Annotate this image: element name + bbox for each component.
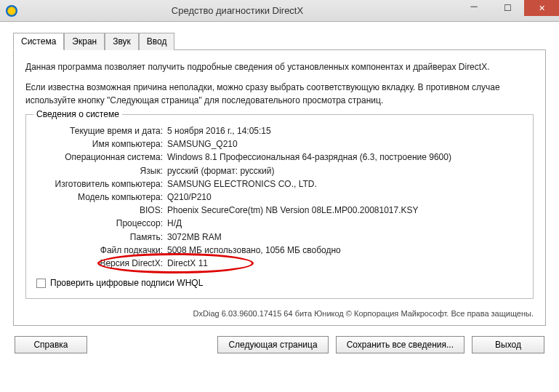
- tab-sound[interactable]: Звук: [105, 33, 139, 50]
- whql-checkbox[interactable]: [36, 279, 46, 288]
- button-row: Справка Следующая страница Сохранить все…: [13, 336, 546, 353]
- whql-row: Проверить цифровые подписи WHQL: [36, 278, 523, 288]
- window-controls: [457, 0, 559, 21]
- label-cpu: Процессор:: [36, 217, 167, 229]
- value-model: Q210/P210: [167, 191, 212, 203]
- close-button[interactable]: [524, 0, 559, 16]
- label-mem: Память:: [36, 231, 167, 243]
- value-pagefile: 5008 МБ использовано, 1056 МБ свободно: [167, 244, 341, 256]
- value-os: Windows 8.1 Профессиональная 64-разрядна…: [167, 151, 451, 163]
- row-mfr: Изготовитель компьютера:SAMSUNG ELECTRON…: [36, 178, 523, 190]
- value-cpu: Н/Д: [167, 217, 182, 229]
- label-os: Операционная система:: [36, 151, 167, 163]
- value-bios: Phoenix SecureCore(tm) NB Version 08LE.M…: [167, 204, 419, 216]
- footer-text: DxDiag 6.03.9600.17415 64 бита Юникод © …: [25, 309, 534, 318]
- save-all-button[interactable]: Сохранить все сведения...: [336, 336, 465, 353]
- label-directx: Версия DirectX:: [36, 257, 167, 269]
- maximize-button[interactable]: [491, 0, 524, 16]
- value-pcname: SAMSUNG_Q210: [167, 138, 238, 150]
- value-mem: 3072MB RAM: [167, 231, 222, 243]
- label-pcname: Имя компьютера:: [36, 138, 167, 150]
- tab-panel-system: Данная программа позволяет получить подр…: [13, 50, 546, 326]
- next-page-button[interactable]: Следующая страница: [217, 336, 328, 353]
- row-os: Операционная система:Windows 8.1 Професс…: [36, 151, 523, 163]
- value-datetime: 5 ноября 2016 г., 14:05:15: [167, 125, 271, 137]
- row-directx: Версия DirectX:DirectX 11: [36, 257, 523, 269]
- label-pagefile: Файл подкачки:: [36, 244, 167, 256]
- description-2: Если известна возможная причина неполадк…: [25, 81, 534, 107]
- row-datetime: Текущие время и дата:5 ноября 2016 г., 1…: [36, 125, 523, 137]
- tab-input[interactable]: Ввод: [139, 33, 175, 50]
- label-bios: BIOS:: [36, 204, 167, 216]
- label-mfr: Изготовитель компьютера:: [36, 178, 167, 190]
- minimize-button[interactable]: [457, 0, 491, 16]
- value-directx: DirectX 11: [167, 257, 208, 269]
- exit-button[interactable]: Выход: [472, 336, 544, 353]
- content-area: Система Экран Звук Ввод Данная программа…: [0, 22, 559, 361]
- row-model: Модель компьютера:Q210/P210: [36, 191, 523, 203]
- row-pcname: Имя компьютера:SAMSUNG_Q210: [36, 138, 523, 150]
- titlebar: Средство диагностики DirectX: [0, 0, 559, 22]
- row-mem: Память:3072MB RAM: [36, 231, 523, 243]
- row-bios: BIOS:Phoenix SecureCore(tm) NB Version 0…: [36, 204, 523, 216]
- tab-strip: Система Экран Звук Ввод: [13, 32, 546, 50]
- system-info-legend: Сведения о системе: [33, 109, 122, 119]
- value-lang: русский (формат: русский): [167, 165, 275, 177]
- label-model: Модель компьютера:: [36, 191, 167, 203]
- help-button[interactable]: Справка: [15, 336, 87, 353]
- label-lang: Язык:: [36, 165, 167, 177]
- label-datetime: Текущие время и дата:: [36, 125, 167, 137]
- value-mfr: SAMSUNG ELECTRONICS CO., LTD.: [167, 178, 317, 190]
- row-cpu: Процессор:Н/Д: [36, 217, 523, 229]
- description-1: Данная программа позволяет получить подр…: [25, 60, 534, 73]
- whql-label: Проверить цифровые подписи WHQL: [50, 278, 203, 288]
- tab-system[interactable]: Система: [13, 33, 64, 50]
- app-icon: [6, 5, 17, 17]
- window-title: Средство диагностики DirectX: [17, 5, 457, 16]
- row-pagefile: Файл подкачки:5008 МБ использовано, 1056…: [36, 244, 523, 256]
- system-info-group: Сведения о системе Текущие время и дата:…: [25, 114, 534, 299]
- button-group-right: Следующая страница Сохранить все сведени…: [217, 336, 544, 353]
- row-lang: Язык:русский (формат: русский): [36, 165, 523, 177]
- tab-display[interactable]: Экран: [64, 33, 105, 50]
